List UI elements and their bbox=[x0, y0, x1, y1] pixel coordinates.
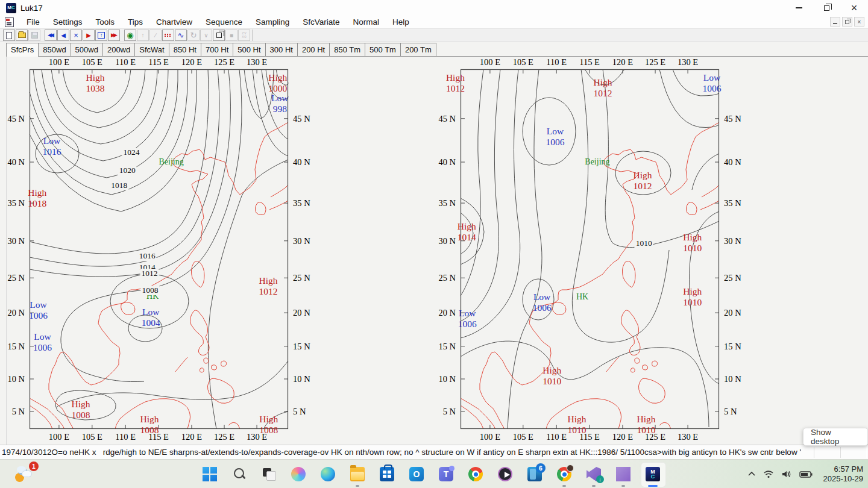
ascend-button[interactable]: ↑ bbox=[137, 30, 149, 41]
battery-icon[interactable] bbox=[799, 471, 813, 478]
lon-axis-label: 120 E bbox=[612, 57, 633, 67]
open-folder-button[interactable] bbox=[16, 30, 28, 41]
taskbar-chrome-profile[interactable] bbox=[557, 467, 571, 481]
visual-studio-icon bbox=[616, 467, 631, 481]
show-desktop-tooltip: Show desktop bbox=[803, 428, 868, 446]
taskbar-chrome[interactable] bbox=[468, 467, 483, 481]
rotate-button[interactable]: ↻ bbox=[187, 30, 200, 41]
menu-item-help[interactable]: Help bbox=[386, 16, 416, 28]
close-button[interactable]: × bbox=[840, 0, 868, 16]
tab-850-ht[interactable]: 850 Ht bbox=[169, 43, 201, 56]
ascend-icon: ↑ bbox=[142, 33, 145, 39]
taskbar-file-explorer[interactable] bbox=[350, 467, 365, 481]
taskbar-task-view[interactable] bbox=[262, 467, 276, 481]
rewind-button[interactable]: ◀◀ bbox=[45, 30, 57, 41]
media-player-icon bbox=[498, 467, 512, 481]
taskbar-luk17-app-active[interactable]: MC bbox=[646, 467, 660, 481]
lon-axis-label: 120 E bbox=[612, 432, 633, 442]
menu-item-tools[interactable]: Tools bbox=[89, 16, 122, 28]
lat-axis-label: 45 N bbox=[724, 113, 741, 124]
taskbar-copilot[interactable] bbox=[291, 467, 306, 481]
lon-axis-label: 110 E bbox=[546, 57, 567, 67]
frame-chart-button[interactable]: ↑ bbox=[95, 30, 107, 41]
minimize-button[interactable] bbox=[785, 0, 813, 16]
status-panels bbox=[814, 447, 867, 458]
menu-item-file[interactable]: File bbox=[20, 16, 46, 28]
restore-button[interactable] bbox=[813, 0, 840, 16]
red-grid-button[interactable] bbox=[162, 30, 174, 41]
teams-icon: T bbox=[439, 467, 453, 481]
child-restore-button[interactable] bbox=[842, 17, 852, 27]
weather-widget-icon[interactable]: 1 bbox=[14, 465, 35, 483]
tab-500wd[interactable]: 500wd bbox=[71, 43, 103, 56]
tab-850wd[interactable]: 850wd bbox=[38, 43, 71, 56]
taskbar-teams[interactable]: T bbox=[439, 467, 453, 481]
tab-sfcwat[interactable]: SfcWat bbox=[134, 43, 169, 56]
lon-axis-label: 125 E bbox=[214, 57, 234, 67]
tray-chevron-icon[interactable] bbox=[747, 471, 756, 477]
curve-sample-button[interactable]: ∿ bbox=[175, 30, 187, 41]
tab-sfcprs[interactable]: SfcPrs bbox=[6, 43, 39, 57]
chrome-icon bbox=[468, 467, 483, 481]
app-icon: MC bbox=[6, 3, 16, 13]
menu-item-normal[interactable]: Normal bbox=[346, 16, 386, 28]
tab-850-tm[interactable]: 850 Tm bbox=[329, 43, 365, 56]
taskbar-media-player[interactable] bbox=[498, 467, 512, 481]
open-folder-icon bbox=[18, 33, 26, 38]
branch-button[interactable]: ∨ bbox=[200, 30, 212, 41]
globe-button[interactable]: ◉ bbox=[124, 30, 136, 41]
wifi-icon[interactable] bbox=[763, 470, 774, 478]
child-close-button[interactable]: × bbox=[854, 17, 864, 27]
pen-button[interactable]: ∕ bbox=[149, 30, 162, 41]
taskbar-search[interactable] bbox=[232, 467, 247, 481]
system-tray: 6:57 PM 2025-10-29 bbox=[747, 460, 864, 488]
lon-axis-label: 110 E bbox=[546, 432, 567, 442]
tab-200-ht[interactable]: 200 Ht bbox=[297, 43, 330, 56]
taskbar-outlook[interactable]: O bbox=[409, 467, 424, 481]
axes-letters-button[interactable]: zvxo bbox=[238, 30, 250, 41]
taskbar-edge[interactable] bbox=[321, 467, 335, 481]
window-title: Luk17 bbox=[20, 4, 43, 13]
stop-square-button[interactable]: ■ bbox=[225, 30, 237, 41]
desktop: MC Luk17 × FileSettingsToolsTipsChartvie… bbox=[0, 0, 868, 488]
volume-icon[interactable] bbox=[781, 470, 792, 478]
tab-200wd[interactable]: 200wd bbox=[102, 43, 135, 56]
cancel-x-button[interactable]: × bbox=[70, 30, 82, 41]
lat-axis-label: 30 N bbox=[7, 236, 25, 246]
save-file-button[interactable] bbox=[28, 30, 40, 41]
tab-200-tm[interactable]: 200 Tm bbox=[400, 43, 436, 56]
menu-item-settings[interactable]: Settings bbox=[46, 16, 89, 28]
lat-axis-label: 20 N bbox=[724, 308, 741, 318]
tab-300-ht[interactable]: 300 Ht bbox=[265, 43, 298, 56]
menu-item-tips[interactable]: Tips bbox=[121, 16, 149, 28]
step-back-button[interactable]: ◀ bbox=[57, 30, 69, 41]
profile-avatar bbox=[567, 465, 574, 472]
window-copy-button[interactable] bbox=[213, 30, 225, 41]
menu-item-chartview[interactable]: Chartview bbox=[149, 16, 199, 28]
taskbar-vscode[interactable]: ↓ bbox=[587, 467, 601, 481]
tray-date: 2025-10-29 bbox=[823, 474, 864, 484]
lat-axis-label: 40 N bbox=[7, 157, 25, 167]
lat-axis-label: 35 N bbox=[7, 198, 25, 208]
new-file-button[interactable] bbox=[3, 30, 15, 41]
menu-item-sampling[interactable]: Sampling bbox=[249, 16, 296, 28]
menu-item-sequence[interactable]: Sequence bbox=[199, 16, 249, 28]
tray-clock[interactable]: 6:57 PM 2025-10-29 bbox=[823, 465, 864, 484]
lon-axis-label: 130 E bbox=[247, 432, 267, 442]
tab-500-ht[interactable]: 500 Ht bbox=[233, 43, 265, 56]
lat-axis-label: 25 N bbox=[438, 273, 456, 283]
lon-axis-label: 115 E bbox=[579, 57, 600, 67]
phone-link-badge: 6 bbox=[536, 463, 546, 473]
taskbar-phone-link[interactable]: 6 bbox=[527, 467, 542, 481]
taskbar-start[interactable] bbox=[203, 467, 217, 481]
red-grid-icon bbox=[165, 34, 172, 37]
tab-500-tm[interactable]: 500 Tm bbox=[365, 43, 401, 56]
tab-700-ht[interactable]: 700 Ht bbox=[201, 43, 233, 56]
taskbar-visual-studio[interactable] bbox=[616, 467, 631, 481]
play-icon: ▶ bbox=[86, 33, 91, 39]
menu-item-sfcvariate[interactable]: SfcVariate bbox=[296, 16, 346, 28]
play-button[interactable]: ▶ bbox=[83, 30, 95, 41]
fast-forward-button[interactable]: ▶▶ bbox=[108, 30, 120, 41]
taskbar-microsoft-store[interactable] bbox=[380, 467, 394, 481]
child-minimize-button[interactable] bbox=[830, 17, 840, 27]
